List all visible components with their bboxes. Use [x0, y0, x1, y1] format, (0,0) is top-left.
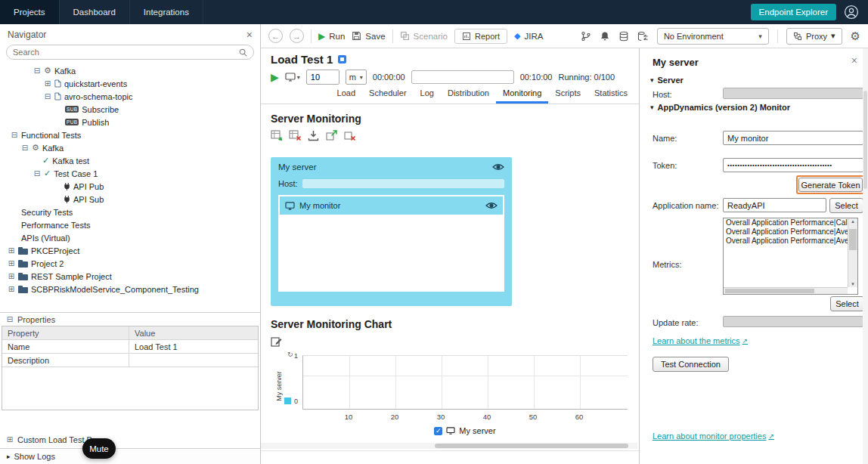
save-button[interactable]: Save	[352, 31, 385, 41]
tab-monitoring[interactable]: Monitoring	[496, 85, 548, 104]
tree-item-api-sub[interactable]: API Sub	[0, 193, 260, 206]
table-row[interactable]: Name Load Test 1	[2, 340, 258, 354]
property-name-value[interactable]: Load Test 1	[129, 340, 258, 353]
vertical-scrollbar[interactable]: ▲ ▼	[848, 218, 857, 287]
scroll-down-icon[interactable]: ▼	[848, 282, 857, 286]
collapse-icon[interactable]: ⊟	[33, 170, 41, 178]
expand-icon[interactable]: ⊞	[8, 260, 15, 268]
learn-metrics-link[interactable]: Learn about the metrics ↗	[653, 336, 748, 345]
server-card[interactable]: My server Host: My monitor	[271, 157, 512, 306]
search-input[interactable]	[13, 48, 239, 57]
collapse-icon[interactable]: ⊟	[44, 93, 51, 101]
proxy-select[interactable]: Proxy ▾	[786, 28, 842, 45]
scrollbar-thumb[interactable]	[849, 229, 857, 250]
environment-select[interactable]: No Environment ▾	[657, 28, 769, 45]
remove-monitor-icon[interactable]	[289, 129, 302, 142]
horizontal-scrollbar[interactable]	[261, 443, 637, 449]
table-row[interactable]: Description	[2, 354, 258, 367]
collapse-icon[interactable]: ⊟	[21, 144, 29, 152]
tab-load[interactable]: Load	[330, 85, 362, 104]
tree-item-kafka-test[interactable]: ✓Kafka test	[0, 154, 260, 167]
tab-scripts[interactable]: Scripts	[548, 85, 587, 104]
add-monitor-icon[interactable]	[271, 129, 284, 142]
run-button[interactable]: ▶ Run	[318, 32, 345, 41]
tab-statistics[interactable]: Statistics	[587, 85, 634, 104]
git-branch-icon[interactable]	[581, 31, 591, 42]
metrics-listbox[interactable]: Overall Application Performance|Calls p …	[723, 218, 858, 295]
show-logs-bar[interactable]: ▸ Show Logs	[0, 448, 260, 464]
select-application-button[interactable]: Select	[829, 198, 863, 213]
generate-token-button[interactable]: Generate Token	[798, 178, 863, 192]
run-load-test-icon[interactable]: ▶	[271, 72, 279, 82]
configure-chart-icon[interactable]	[271, 336, 282, 348]
learn-monitor-properties-link[interactable]: Learn about monitor properties ↗	[653, 432, 774, 441]
chart-plot-area[interactable]	[302, 355, 628, 410]
notifications-bell-icon[interactable]	[600, 31, 610, 42]
scenario-button[interactable]: Scenario	[400, 31, 448, 41]
navigator-search[interactable]	[6, 45, 254, 60]
tree-item-api-pub[interactable]: API Pub	[0, 180, 260, 193]
import-monitors-icon[interactable]	[307, 129, 320, 142]
collapse-icon[interactable]: ⊟	[11, 131, 18, 139]
data-transfer-icon[interactable]	[637, 31, 649, 42]
back-icon[interactable]: ←	[268, 29, 283, 43]
list-item[interactable]: Overall Application Performance|Averag	[724, 237, 857, 246]
monitor-row[interactable]: My monitor	[280, 196, 503, 215]
property-description-value[interactable]	[129, 354, 258, 367]
mute-button[interactable]: Mute	[82, 438, 116, 459]
virtual-users-input[interactable]	[306, 70, 339, 85]
expand-icon[interactable]: ⊞	[8, 273, 15, 280]
tab-distribution[interactable]: Distribution	[441, 85, 496, 104]
test-connection-button[interactable]: Test Connection	[653, 357, 729, 372]
legend-checkbox[interactable]: ✓	[434, 427, 442, 435]
tree-item-security-tests[interactable]: Security Tests	[0, 206, 260, 218]
visibility-eye-icon[interactable]	[485, 202, 498, 209]
tree-item-functional-tests[interactable]: ⊟Functional Tests	[0, 128, 260, 141]
tree-item-kafka[interactable]: ⊟⚙Kafka	[0, 64, 260, 77]
application-name-input[interactable]	[723, 198, 826, 212]
visibility-eye-icon[interactable]	[492, 163, 504, 171]
expand-icon[interactable]: ⊞	[8, 247, 15, 255]
data-source-icon[interactable]	[618, 31, 629, 42]
server-section-header[interactable]: ▾ Server	[650, 76, 684, 85]
panel-scrollbar[interactable]	[863, 48, 868, 464]
tree-item-project-2[interactable]: ⊞Project 2	[0, 257, 260, 270]
tree-item-avro-schema-topic[interactable]: ⊟avro-schema-topic	[0, 90, 260, 103]
name-input[interactable]	[723, 131, 863, 145]
tree-item-pkceproject[interactable]: ⊞PKCEProject	[0, 244, 260, 257]
scrollbar-thumb[interactable]	[725, 289, 814, 293]
tab-log[interactable]: Log	[414, 85, 441, 104]
export-monitors-icon[interactable]	[325, 129, 338, 142]
topbar-tab-dashboard[interactable]: Dashboard	[60, 0, 130, 24]
expand-icon[interactable]: ⊞	[6, 436, 14, 444]
tree-item-quickstart-events[interactable]: ⊞quickstart-events	[0, 77, 260, 90]
tree-item-rest-sample-project[interactable]: ⊞REST Sample Project	[0, 270, 260, 283]
inspector-close-icon[interactable]: ×	[851, 55, 857, 66]
token-input[interactable]	[723, 158, 863, 172]
forward-icon[interactable]: →	[290, 29, 304, 43]
tree-item-subscribe[interactable]: SUBSubscribe	[0, 103, 260, 116]
select-metrics-button[interactable]: Select	[830, 296, 864, 311]
tree-item-apis-virtual[interactable]: APIs (Virtual)	[0, 231, 260, 244]
user-account-icon[interactable]	[844, 5, 859, 20]
update-rate-input[interactable]	[723, 316, 863, 327]
appdynamics-section-header[interactable]: ▾ AppDynamics (version 2) Monitor	[650, 103, 790, 112]
report-button[interactable]: Report	[454, 29, 507, 44]
endpoint-explorer-button[interactable]: Endpoint Explorer	[751, 4, 836, 20]
progress-field[interactable]	[411, 70, 514, 84]
tree-item-scbp-project[interactable]: ⊞SCBPRiskModelService_Component_Testing	[0, 283, 260, 295]
clear-monitors-icon[interactable]	[343, 129, 356, 142]
tree-item-test-case-1[interactable]: ⊟✓Test Case 1	[0, 167, 260, 180]
list-item[interactable]: Overall Application Performance|Calls p	[724, 218, 857, 227]
chart-reset-icon[interactable]: ↻	[287, 351, 293, 358]
monitor-dropdown-button[interactable]: ▾	[285, 73, 300, 82]
jira-button[interactable]: ◆ JIRA	[514, 32, 543, 41]
host-input[interactable]	[723, 88, 863, 99]
unit-select[interactable]: m ▾	[346, 70, 367, 85]
scrollbar-thumb[interactable]	[863, 91, 867, 189]
settings-gear-icon[interactable]: ⚙	[851, 30, 860, 42]
scrollbar-thumb[interactable]	[435, 444, 628, 448]
tree-item-performance-tests[interactable]: Performance Tests	[0, 218, 260, 231]
tab-scheduler[interactable]: Scheduler	[362, 85, 414, 104]
topbar-tab-projects[interactable]: Projects	[0, 0, 60, 24]
